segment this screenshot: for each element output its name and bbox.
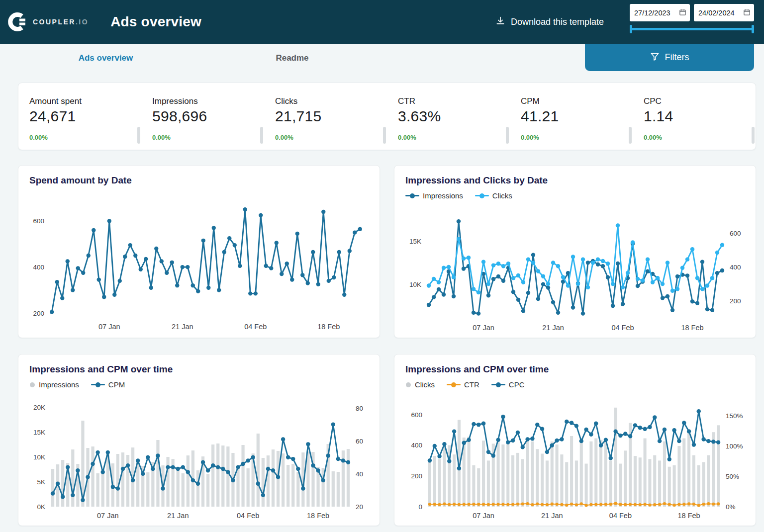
svg-text:20: 20 <box>356 503 363 511</box>
date-range-controls: 27/12/2023 24/02/2024 <box>630 4 754 33</box>
svg-text:200: 200 <box>33 310 44 317</box>
kpi-value: 1.14 <box>644 108 756 125</box>
legend-item-cpm[interactable]: CPM <box>91 380 125 389</box>
legend-marker-icon <box>491 382 505 388</box>
legend-item-cpc[interactable]: CPC <box>491 380 525 389</box>
kpi-divider <box>752 127 755 144</box>
brand-wordmark: COUPLER.IO <box>33 18 89 26</box>
svg-text:600: 600 <box>730 230 741 237</box>
legend-item-clicks[interactable]: Clicks <box>405 380 435 389</box>
svg-text:18 Feb: 18 Feb <box>307 512 329 520</box>
svg-text:40: 40 <box>356 470 363 478</box>
legend-marker-icon <box>91 382 105 388</box>
svg-text:21 Jan: 21 Jan <box>541 512 563 520</box>
svg-text:20K: 20K <box>33 404 45 411</box>
svg-text:21 Jan: 21 Jan <box>172 323 193 331</box>
kpi-divider <box>137 127 140 144</box>
date-to-input[interactable]: 24/02/2024 <box>694 4 754 21</box>
svg-text:400: 400 <box>33 264 44 271</box>
svg-text:04 Feb: 04 Feb <box>244 323 267 331</box>
download-icon <box>495 16 505 28</box>
kpi-value: 3.63% <box>398 108 510 125</box>
chart-title: Impressions and CPM over time <box>29 364 369 375</box>
svg-text:200: 200 <box>730 297 741 305</box>
kpi-ctr: CTR 3.63% 0.00% <box>387 83 510 150</box>
svg-text:5K: 5K <box>37 478 45 486</box>
svg-text:400: 400 <box>411 442 422 449</box>
page-title: Ads overview <box>110 14 201 30</box>
kpi-label: Clicks <box>275 96 387 106</box>
impressions-cpm-plot: 0K5K10K15K20K2040608007 Jan21 Jan04 Feb1… <box>26 398 372 522</box>
tab-ads-overview[interactable]: Ads overview <box>12 53 199 63</box>
svg-text:07 Jan: 07 Jan <box>473 512 494 520</box>
kpi-value: 598,696 <box>152 108 264 125</box>
svg-text:60: 60 <box>356 438 363 445</box>
svg-text:07 Jan: 07 Jan <box>97 512 119 520</box>
app-header: COUPLER.IO Ads overview Download this te… <box>0 0 764 44</box>
kpi-divider <box>629 127 632 144</box>
kpi-clicks: Clicks 21,715 0.00% <box>264 83 387 150</box>
svg-text:0K: 0K <box>37 503 45 511</box>
svg-text:600: 600 <box>33 217 44 225</box>
legend-item-ctr[interactable]: CTR <box>447 380 479 389</box>
tab-readme[interactable]: Readme <box>199 53 385 63</box>
svg-text:200: 200 <box>411 472 422 480</box>
kpi-amount-spent: Amount spent 24,671 0.00% <box>18 83 141 150</box>
legend-marker-icon <box>405 193 419 199</box>
chart-title: Spend amount by Date <box>29 175 369 186</box>
filters-button[interactable]: Filters <box>585 44 754 71</box>
svg-text:15K: 15K <box>409 238 421 245</box>
kpi-cpc: CPC 1.14 0.00% <box>633 83 756 150</box>
kpi-value: 21,715 <box>275 108 387 125</box>
svg-text:0: 0 <box>418 503 422 511</box>
kpi-delta: 0.00% <box>644 134 662 141</box>
date-from-input[interactable]: 27/12/2023 <box>630 4 690 21</box>
funnel-icon <box>650 52 660 64</box>
svg-text:15K: 15K <box>33 429 45 436</box>
kpi-cpm: CPM 41.21 0.00% <box>510 83 633 150</box>
kpi-delta: 0.00% <box>152 134 171 141</box>
svg-text:50%: 50% <box>726 473 739 480</box>
kpi-divider <box>506 127 509 144</box>
chart-legend: Impressions CPM <box>29 380 369 389</box>
kpi-divider <box>383 127 386 144</box>
svg-text:04 Feb: 04 Feb <box>237 512 259 520</box>
chart-title: Impressions and CPM over time <box>405 364 745 375</box>
legend-marker-icon <box>447 382 461 388</box>
svg-text:600: 600 <box>411 411 422 419</box>
svg-text:18 Feb: 18 Feb <box>317 323 340 331</box>
svg-text:18 Feb: 18 Feb <box>681 324 703 332</box>
svg-text:04 Feb: 04 Feb <box>611 324 634 332</box>
kpi-label: CTR <box>398 96 510 106</box>
download-template-button[interactable]: Download this template <box>495 16 604 28</box>
clicks-ctr-cpc-plot: 02004006000%50%100%150%07 Jan21 Jan04 Fe… <box>402 398 748 522</box>
legend-item-impressions[interactable]: Impressions <box>29 380 79 389</box>
svg-text:10K: 10K <box>33 453 45 461</box>
kpi-delta: 0.00% <box>29 134 48 141</box>
calendar-icon <box>743 8 751 17</box>
impressions-cpm-chart-card: Impressions and CPM over time Impression… <box>18 354 380 526</box>
legend-item-clicks[interactable]: Clicks <box>475 191 512 200</box>
date-range-slider[interactable] <box>630 25 754 33</box>
svg-text:07 Jan: 07 Jan <box>473 324 494 332</box>
slider-track <box>630 28 754 30</box>
kpi-impressions: Impressions 598,696 0.00% <box>141 83 264 150</box>
slider-handle-end[interactable] <box>752 25 754 33</box>
legend-marker-icon <box>475 193 489 199</box>
svg-text:21 Jan: 21 Jan <box>542 324 564 332</box>
calendar-icon <box>679 8 686 17</box>
chart-legend: Clicks CTR CPC <box>405 380 745 389</box>
kpi-value: 41.21 <box>521 108 633 125</box>
legend-item-impressions[interactable]: Impressions <box>405 191 463 200</box>
slider-handle-start[interactable] <box>630 25 632 33</box>
kpi-delta: 0.00% <box>398 134 416 141</box>
charts-grid: Spend amount by Date 20040060007 Jan21 J… <box>18 165 756 526</box>
svg-text:150%: 150% <box>726 412 743 420</box>
kpi-divider <box>260 127 263 144</box>
svg-text:21 Jan: 21 Jan <box>167 512 189 520</box>
kpi-label: CPM <box>521 96 633 106</box>
svg-text:100%: 100% <box>726 443 743 450</box>
coupler-logo-icon <box>8 12 28 32</box>
svg-text:18 Feb: 18 Feb <box>678 512 700 520</box>
svg-text:0%: 0% <box>726 503 736 511</box>
